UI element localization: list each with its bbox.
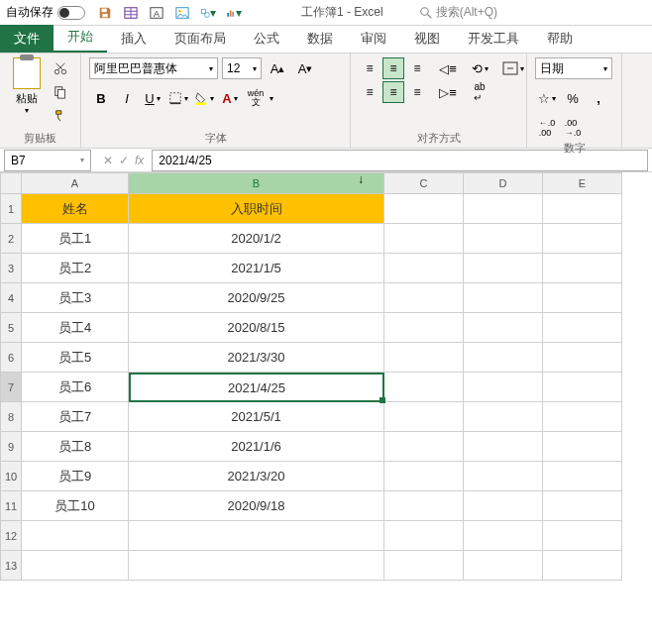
row-header-6[interactable]: 6 bbox=[0, 343, 22, 373]
row-header-7[interactable]: 7 bbox=[0, 373, 22, 402]
cell-d11[interactable] bbox=[464, 491, 543, 521]
cell-e1[interactable] bbox=[543, 194, 622, 224]
row-header-13[interactable]: 13 bbox=[0, 551, 22, 581]
cell-a1[interactable]: 姓名 bbox=[22, 194, 129, 224]
cell-a9[interactable]: 员工8 bbox=[22, 432, 129, 462]
cell-c3[interactable] bbox=[384, 254, 464, 283]
phonetic-button[interactable]: wén 文 bbox=[244, 87, 273, 109]
wrap-text-button[interactable]: ab↵ bbox=[468, 81, 491, 103]
col-header-a[interactable]: A bbox=[22, 172, 129, 194]
cell-a8[interactable]: 员工7 bbox=[22, 402, 129, 432]
row-header-3[interactable]: 3 bbox=[0, 254, 22, 283]
cell-b1[interactable]: 入职时间 bbox=[129, 194, 384, 224]
enter-icon[interactable]: ✓ bbox=[119, 154, 129, 167]
cell-d9[interactable] bbox=[464, 432, 543, 462]
tab-data[interactable]: 数据 bbox=[293, 25, 347, 53]
orientation-button[interactable]: ⟲ bbox=[468, 57, 491, 79]
cell-b8[interactable]: 2021/5/1 bbox=[129, 402, 384, 432]
align-left-button[interactable]: ≡ bbox=[359, 81, 380, 103]
toggle-switch-icon[interactable] bbox=[57, 6, 85, 20]
cell-c4[interactable] bbox=[384, 283, 464, 313]
cell-c7[interactable] bbox=[384, 373, 464, 402]
cell-b10[interactable]: 2021/3/20 bbox=[129, 462, 384, 491]
cell-d8[interactable] bbox=[464, 402, 543, 432]
cell-e11[interactable] bbox=[543, 491, 622, 521]
cell-d1[interactable] bbox=[464, 194, 543, 224]
cell-b2[interactable]: 2020/1/2 bbox=[129, 224, 384, 254]
align-middle-button[interactable]: ≡ bbox=[382, 57, 404, 79]
cell-d10[interactable] bbox=[464, 462, 543, 491]
cell-b9[interactable]: 2021/1/6 bbox=[129, 432, 384, 462]
cell-a13[interactable] bbox=[22, 551, 129, 581]
cell-d5[interactable] bbox=[464, 313, 543, 343]
font-color-button[interactable]: A bbox=[218, 87, 242, 109]
align-bottom-button[interactable]: ≡ bbox=[406, 57, 428, 79]
cell-a7[interactable]: 员工6 bbox=[22, 373, 129, 402]
cell-c2[interactable] bbox=[384, 224, 464, 254]
format-painter-button[interactable] bbox=[50, 105, 71, 127]
tab-developer[interactable]: 开发工具 bbox=[454, 25, 533, 53]
col-header-d[interactable]: D bbox=[464, 172, 543, 194]
cell-d12[interactable] bbox=[464, 521, 543, 551]
increase-font-button[interactable]: A▴ bbox=[266, 57, 289, 79]
align-center-button[interactable]: ≡ bbox=[382, 81, 404, 103]
cell-a6[interactable]: 员工5 bbox=[22, 343, 129, 373]
cell-b5[interactable]: 2020/8/15 bbox=[129, 313, 384, 343]
cell-d13[interactable] bbox=[464, 551, 543, 581]
tab-formulas[interactable]: 公式 bbox=[240, 25, 293, 53]
bold-button[interactable]: B bbox=[89, 87, 113, 109]
cell-c10[interactable] bbox=[384, 462, 464, 491]
tab-home[interactable]: 开始 bbox=[54, 23, 107, 53]
row-header-11[interactable]: 11 bbox=[0, 491, 22, 521]
font-size-select[interactable]: 12▾ bbox=[222, 57, 262, 79]
cell-d6[interactable] bbox=[464, 343, 543, 373]
tab-help[interactable]: 帮助 bbox=[533, 25, 587, 53]
cell-a2[interactable]: 员工1 bbox=[22, 224, 129, 254]
cell-e13[interactable] bbox=[543, 551, 622, 581]
percent-button[interactable]: % bbox=[561, 87, 585, 109]
tab-page-layout[interactable]: 页面布局 bbox=[161, 25, 240, 53]
decrease-indent-button[interactable]: ◁≡ bbox=[436, 57, 460, 79]
italic-button[interactable]: I bbox=[115, 87, 139, 109]
chart-icon[interactable]: ▾ bbox=[226, 5, 242, 21]
tab-insert[interactable]: 插入 bbox=[107, 25, 161, 53]
cancel-icon[interactable]: ✕ bbox=[103, 154, 113, 167]
decrease-decimal-button[interactable]: .00→.0 bbox=[561, 117, 585, 139]
col-header-c[interactable]: C bbox=[384, 172, 464, 194]
cell-c1[interactable] bbox=[384, 194, 464, 224]
textbox-icon[interactable]: A bbox=[149, 5, 164, 21]
cell-d3[interactable] bbox=[464, 254, 543, 283]
cell-e7[interactable] bbox=[543, 373, 622, 402]
align-right-button[interactable]: ≡ bbox=[406, 81, 428, 103]
col-header-b[interactable]: B↓ bbox=[129, 172, 384, 194]
tab-review[interactable]: 审阅 bbox=[347, 25, 400, 53]
cell-a12[interactable] bbox=[22, 521, 129, 551]
cell-b13[interactable] bbox=[129, 551, 384, 581]
row-header-5[interactable]: 5 bbox=[0, 313, 22, 343]
cell-a4[interactable]: 员工3 bbox=[22, 283, 129, 313]
select-all-corner[interactable] bbox=[0, 172, 22, 194]
currency-button[interactable]: ☆ bbox=[535, 87, 559, 109]
tab-file[interactable]: 文件 bbox=[0, 25, 54, 53]
cell-b7[interactable]: 2021/4/25 bbox=[129, 373, 384, 402]
cell-c5[interactable] bbox=[384, 313, 464, 343]
cell-e6[interactable] bbox=[543, 343, 622, 373]
increase-decimal-button[interactable]: ←.0.00 bbox=[535, 117, 559, 139]
search-box[interactable]: 搜索(Alt+Q) bbox=[413, 1, 504, 24]
cell-e10[interactable] bbox=[543, 462, 622, 491]
image-icon[interactable] bbox=[174, 5, 190, 21]
align-top-button[interactable]: ≡ bbox=[359, 57, 380, 79]
cell-c6[interactable] bbox=[384, 343, 464, 373]
comma-button[interactable]: , bbox=[587, 87, 610, 109]
cell-d7[interactable] bbox=[464, 373, 543, 402]
shapes-icon[interactable]: ▾ bbox=[200, 5, 216, 21]
row-header-8[interactable]: 8 bbox=[0, 402, 22, 432]
row-header-9[interactable]: 9 bbox=[0, 432, 22, 462]
font-name-select[interactable]: 阿里巴巴普惠体▾ bbox=[89, 57, 218, 79]
cell-e12[interactable] bbox=[543, 521, 622, 551]
fx-icon[interactable]: fx bbox=[135, 154, 144, 167]
cell-e5[interactable] bbox=[543, 313, 622, 343]
merge-button[interactable] bbox=[499, 57, 527, 79]
cell-c13[interactable] bbox=[384, 551, 464, 581]
cut-button[interactable] bbox=[50, 57, 71, 79]
